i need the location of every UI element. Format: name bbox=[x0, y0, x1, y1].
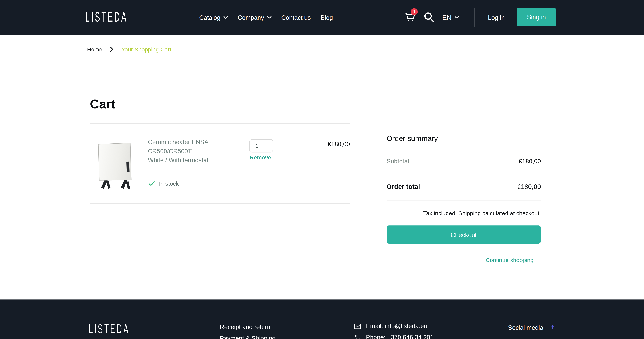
signin-button[interactable]: Sing in bbox=[516, 8, 556, 26]
viewport: LISTEDA Catalog Company Contact us Blog bbox=[0, 0, 644, 339]
header: LISTEDA Catalog Company Contact us Blog bbox=[0, 0, 644, 35]
product-title: Ceramic heater ENSA CR500/CR500T White /… bbox=[148, 138, 244, 165]
chevron-down-icon bbox=[267, 16, 272, 19]
header-divider bbox=[474, 8, 475, 27]
nav-item-label: Blog bbox=[321, 14, 333, 21]
page: LISTEDA Catalog Company Contact us Blog bbox=[0, 0, 644, 339]
breadcrumb-current: Your Shopping Cart bbox=[121, 46, 171, 53]
nav-item-label: Contact us bbox=[281, 14, 311, 21]
chevron-down-icon bbox=[455, 16, 459, 19]
chevron-down-icon bbox=[223, 16, 228, 19]
footer-social: Social media f bbox=[508, 323, 554, 332]
language-label: EN bbox=[442, 14, 452, 21]
item-price: €180,00 bbox=[328, 140, 350, 148]
product-title-line1: Ceramic heater ENSA CR500/CR500T bbox=[148, 138, 244, 156]
nav-item-label: Catalog bbox=[199, 14, 220, 21]
cart-item-row: Ceramic heater ENSA CR500/CR500T White /… bbox=[90, 123, 350, 204]
search-icon bbox=[424, 12, 434, 22]
footer-link-payment-shipping[interactable]: Payment & Shipping bbox=[220, 335, 276, 339]
main-nav: Catalog Company Contact us Blog bbox=[199, 0, 333, 35]
order-summary-title: Order summary bbox=[386, 134, 541, 143]
product-image bbox=[97, 142, 135, 188]
order-total-label: Order total bbox=[386, 183, 420, 191]
checkmark-icon bbox=[149, 181, 155, 186]
quantity-input[interactable] bbox=[249, 139, 273, 152]
subtotal-value: €180,00 bbox=[519, 158, 541, 165]
stock-status-label: In stock bbox=[159, 180, 179, 187]
subtotal-label: Subtotal bbox=[386, 158, 409, 165]
footer-links: Receipt and return Payment & Shipping bbox=[220, 323, 276, 339]
footer-email-text: Email: info@listeda.eu bbox=[366, 322, 427, 330]
footer-logo[interactable]: LISTEDA bbox=[89, 324, 138, 334]
checkout-button[interactable]: Checkout bbox=[386, 226, 541, 244]
remove-item-link[interactable]: Remove bbox=[250, 154, 271, 161]
nav-item-blog[interactable]: Blog bbox=[321, 14, 333, 21]
facebook-icon[interactable]: f bbox=[552, 323, 554, 332]
login-label: Log in bbox=[488, 14, 504, 21]
tax-note: Tax included. Shipping calculated at che… bbox=[386, 210, 541, 216]
stock-status: In stock bbox=[149, 180, 179, 187]
login-link[interactable]: Log in bbox=[488, 0, 504, 35]
search-button[interactable] bbox=[424, 12, 434, 22]
footer-contacts: Email: info@listeda.eu Phone: +370 646 3… bbox=[354, 322, 434, 339]
nav-item-contact-us[interactable]: Contact us bbox=[281, 14, 311, 21]
chevron-right-icon bbox=[110, 47, 114, 52]
nav-item-company[interactable]: Company bbox=[238, 14, 271, 21]
cart-count-badge: 1 bbox=[411, 8, 418, 15]
continue-shopping-link[interactable]: Continue shopping → bbox=[386, 257, 541, 264]
breadcrumb-home-link[interactable]: Home bbox=[87, 46, 102, 53]
cart-button[interactable]: 1 bbox=[404, 11, 418, 24]
page-title: Cart bbox=[90, 97, 116, 112]
logo[interactable]: LISTEDA bbox=[86, 10, 136, 25]
logo-text: LISTEDA bbox=[86, 9, 128, 25]
nav-item-label: Company bbox=[238, 14, 264, 21]
breadcrumb: Home Your Shopping Cart bbox=[87, 46, 171, 53]
subtotal-row: Subtotal €180,00 bbox=[386, 158, 541, 165]
envelope-icon bbox=[354, 323, 361, 329]
footer-email[interactable]: Email: info@listeda.eu bbox=[354, 322, 434, 330]
order-total-value: €180,00 bbox=[517, 183, 541, 191]
product-title-line2: White / With termostat bbox=[148, 156, 244, 164]
footer-phone[interactable]: Phone: +370 646 34 201 bbox=[354, 334, 434, 339]
footer-phone-text: Phone: +370 646 34 201 bbox=[366, 334, 434, 339]
footer: LISTEDA Receipt and return Payment & Shi… bbox=[0, 300, 644, 339]
social-media-label: Social media bbox=[508, 324, 543, 331]
footer-link-receipt-return[interactable]: Receipt and return bbox=[220, 323, 276, 330]
language-selector[interactable]: EN bbox=[442, 0, 459, 35]
summary-divider bbox=[386, 174, 541, 174]
footer-logo-text: LISTEDA bbox=[89, 322, 130, 336]
phone-icon bbox=[354, 334, 361, 339]
nav-item-catalog[interactable]: Catalog bbox=[199, 14, 228, 21]
summary-divider bbox=[386, 200, 541, 201]
order-summary: Order summary Subtotal €180,00 Order tot… bbox=[386, 134, 541, 263]
order-total-row: Order total €180,00 bbox=[386, 183, 541, 191]
